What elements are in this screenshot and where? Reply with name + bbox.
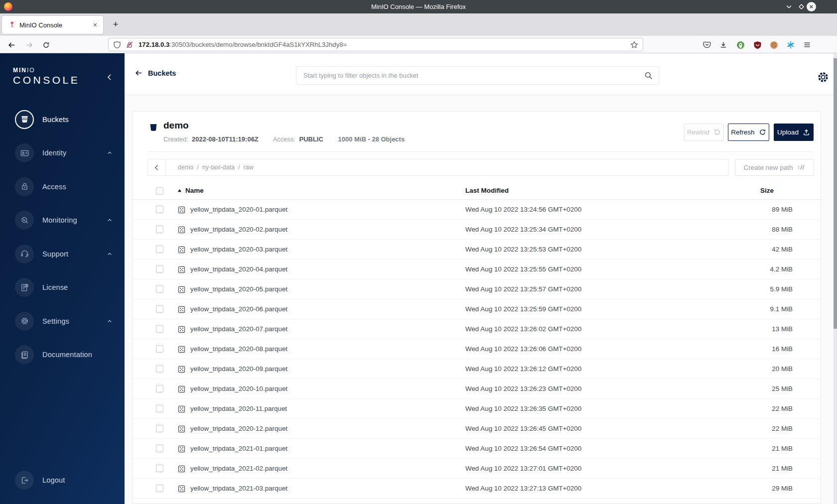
object-size: 29 MiB (772, 485, 793, 492)
object-name[interactable]: yellow_tripdata_2020-03.parquet (190, 246, 287, 253)
settings-gear-icon[interactable] (816, 70, 830, 84)
row-checkbox[interactable] (156, 425, 163, 432)
back-button[interactable] (6, 39, 17, 50)
row-checkbox[interactable] (156, 246, 163, 253)
object-name[interactable]: yellow_tripdata_2021-02.parquet (190, 465, 287, 472)
object-name[interactable]: yellow_tripdata_2020-02.parquet (190, 226, 287, 233)
object-name[interactable]: yellow_tripdata_2020-04.parquet (190, 265, 287, 273)
breadcrumb-segment[interactable]: raw (244, 164, 254, 171)
row-checkbox[interactable] (156, 226, 163, 233)
row-checkbox[interactable] (156, 265, 163, 273)
object-name[interactable]: yellow_tripdata_2020-05.parquet (190, 285, 287, 293)
new-tab-button[interactable]: + (109, 18, 123, 32)
object-name[interactable]: yellow_tripdata_2020-01.parquet (190, 206, 287, 213)
row-checkbox[interactable] (156, 206, 163, 213)
url-bar[interactable]: 172.18.0.3:30503/buckets/demo/browse/bnk… (108, 38, 643, 51)
table-row[interactable]: yellow_tripdata_2020-11.parquet Wed Aug … (133, 399, 822, 419)
row-checkbox[interactable] (156, 325, 163, 333)
table-row[interactable]: yellow_tripdata_2020-07.parquet Wed Aug … (133, 319, 822, 339)
url-text[interactable]: 172.18.0.3:30503/buckets/demo/browse/bnk… (139, 41, 630, 48)
table-row[interactable]: yellow_tripdata_2020-08.parquet Wed Aug … (133, 339, 822, 359)
pocket-icon[interactable] (701, 39, 712, 50)
row-checkbox[interactable] (156, 365, 163, 373)
row-checkbox[interactable] (156, 405, 163, 412)
table-row[interactable]: yellow_tripdata_2020-12.parquet Wed Aug … (133, 419, 822, 439)
row-checkbox[interactable] (156, 485, 163, 492)
page-scrollbar[interactable] (834, 53, 837, 504)
chevron-up-icon[interactable] (107, 251, 113, 257)
chevron-up-icon[interactable] (107, 150, 113, 156)
tab-minio-console[interactable]: MinIO Console × (2, 16, 103, 34)
row-checkbox[interactable] (156, 465, 163, 472)
window-close-button[interactable] (807, 2, 816, 11)
select-all-checkbox[interactable] (156, 187, 163, 195)
object-name[interactable]: yellow_tripdata_2021-01.parquet (190, 445, 287, 452)
object-name[interactable]: yellow_tripdata_2020-07.parquet (190, 325, 287, 333)
refresh-button[interactable]: Refresh (728, 124, 769, 141)
sidebar-item-access[interactable]: Access (0, 170, 125, 204)
object-name[interactable]: yellow_tripdata_2020-06.parquet (190, 305, 287, 313)
sidebar-collapse-icon[interactable] (106, 73, 114, 81)
object-name[interactable]: yellow_tripdata_2021-03.parquet (190, 485, 287, 492)
rewind-button[interactable]: Rewind (684, 124, 724, 141)
privacy-badger-extension-icon[interactable] (735, 39, 746, 50)
sidebar-item-settings[interactable]: Settings (0, 304, 125, 338)
forward-button[interactable] (23, 39, 34, 50)
search-icon[interactable] (644, 71, 653, 80)
sidebar-item-identity[interactable]: Identity (0, 136, 125, 170)
sidebar-item-buckets[interactable]: Buckets (0, 103, 125, 136)
upload-button[interactable]: Upload (774, 124, 814, 141)
table-row[interactable]: yellow_tripdata_2021-03.parquet Wed Aug … (133, 479, 822, 499)
container-extension-icon[interactable] (785, 39, 796, 50)
chevron-up-icon[interactable] (107, 217, 113, 223)
table-row[interactable]: yellow_tripdata_2020-09.parquet Wed Aug … (133, 359, 822, 379)
sidebar-item-support[interactable]: Support (0, 237, 125, 271)
table-row[interactable]: yellow_tripdata_2020-05.parquet Wed Aug … (133, 279, 822, 299)
table-row[interactable]: yellow_tripdata_2020-04.parquet Wed Aug … (133, 259, 822, 279)
breadcrumb-segment[interactable]: ny-taxi-data (202, 164, 235, 171)
reload-button[interactable] (40, 39, 51, 50)
breadcrumb-back-button[interactable] (148, 159, 166, 175)
sidebar-item-monitoring[interactable]: Monitoring (0, 204, 125, 238)
menu-hamburger-icon[interactable] (802, 39, 813, 50)
column-header-name[interactable]: Name (177, 187, 204, 194)
object-name[interactable]: yellow_tripdata_2020-08.parquet (190, 345, 287, 353)
row-checkbox[interactable] (156, 285, 163, 293)
tab-close-icon[interactable]: × (91, 20, 99, 29)
breadcrumb-segment[interactable]: demo (178, 164, 193, 171)
table-row[interactable]: yellow_tripdata_2021-01.parquet Wed Aug … (133, 439, 822, 459)
object-name[interactable]: yellow_tripdata_2020-09.parquet (190, 365, 287, 373)
row-checkbox[interactable] (156, 385, 163, 392)
bookmark-star-icon[interactable] (630, 41, 638, 49)
object-name[interactable]: yellow_tripdata_2020-12.parquet (190, 425, 287, 432)
table-row[interactable]: yellow_tripdata_2020-01.parquet Wed Aug … (133, 200, 822, 220)
create-new-path-button[interactable]: Create new path (735, 159, 814, 176)
chevron-up-icon[interactable] (107, 318, 113, 324)
insecure-lock-icon[interactable] (126, 41, 134, 49)
downloads-icon[interactable] (718, 39, 729, 50)
shield-icon[interactable] (113, 41, 121, 49)
table-row[interactable]: yellow_tripdata_2020-10.parquet Wed Aug … (133, 379, 822, 399)
column-header-size[interactable]: Size (760, 187, 793, 194)
back-to-buckets-link[interactable]: Buckets (135, 69, 176, 77)
ublock-extension-icon[interactable] (752, 39, 763, 50)
sidebar-item-documentation[interactable]: Documentation (0, 338, 125, 372)
sidebar-item-license[interactable]: License (0, 271, 125, 305)
table-row[interactable]: yellow_tripdata_2020-02.parquet Wed Aug … (133, 220, 822, 240)
object-name[interactable]: yellow_tripdata_2020-11.parquet (190, 405, 287, 412)
table-row[interactable]: yellow_tripdata_2021-02.parquet Wed Aug … (133, 459, 822, 479)
row-checkbox[interactable] (156, 345, 163, 353)
search-input[interactable] (296, 67, 659, 84)
window-minimize-button[interactable] (784, 2, 794, 11)
column-header-modified[interactable]: Last Modified (465, 187, 509, 194)
object-name[interactable]: yellow_tripdata_2020-10.parquet (190, 385, 287, 392)
cookie-extension-icon[interactable] (768, 39, 779, 50)
sidebar-item-logout[interactable]: Logout (0, 464, 125, 498)
table-row[interactable]: yellow_tripdata_2020-06.parquet Wed Aug … (133, 299, 822, 319)
row-checkbox[interactable] (156, 305, 163, 313)
window-maximize-button[interactable] (797, 2, 806, 11)
table-row[interactable]: yellow_tripdata_2020-03.parquet Wed Aug … (133, 240, 822, 259)
scrollbar-thumb[interactable] (834, 58, 837, 329)
row-checkbox[interactable] (156, 445, 163, 452)
object-last-modified: Wed Aug 10 2022 13:24:56 GMT+0200 (465, 206, 581, 213)
